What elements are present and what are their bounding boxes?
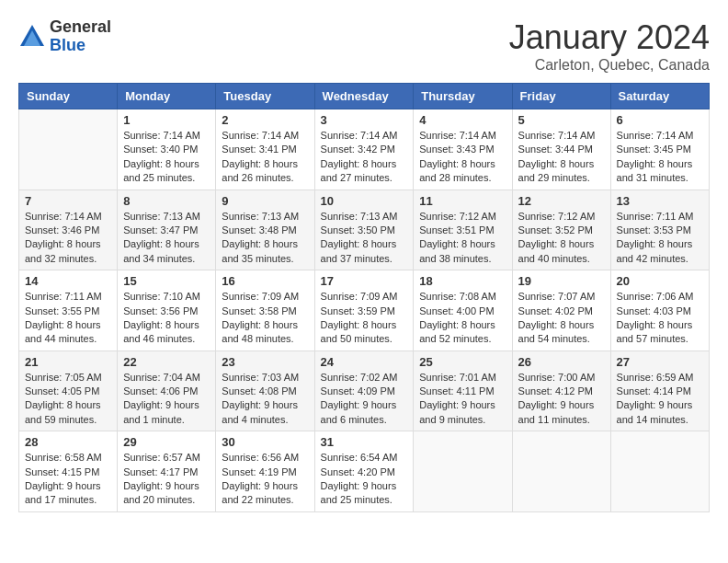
day-number: 16 [222, 274, 308, 288]
header: General Blue January 2024 Carleton, Queb… [18, 18, 710, 74]
day-number: 21 [25, 355, 111, 369]
day-number: 11 [419, 194, 506, 208]
day-cell-17: 17Sunrise: 7:09 AMSunset: 3:59 PMDayligh… [314, 270, 414, 351]
day-info: Sunrise: 7:14 AMSunset: 3:41 PMDaylight:… [222, 129, 308, 186]
day-info: Sunrise: 7:12 AMSunset: 3:51 PMDaylight:… [419, 210, 506, 267]
header-day-sunday: Sunday [19, 84, 118, 109]
day-info: Sunrise: 6:59 AMSunset: 4:14 PMDaylight:… [617, 371, 703, 428]
day-cell-9: 9Sunrise: 7:13 AMSunset: 3:48 PMDaylight… [216, 190, 314, 270]
header-day-thursday: Thursday [414, 84, 512, 109]
day-number: 20 [617, 274, 703, 288]
week-row-1: 1Sunrise: 7:14 AMSunset: 3:40 PMDaylight… [19, 109, 710, 190]
empty-cell [512, 431, 610, 512]
week-row-4: 21Sunrise: 7:05 AMSunset: 4:05 PMDayligh… [19, 350, 710, 431]
day-info: Sunrise: 6:58 AMSunset: 4:15 PMDaylight:… [25, 451, 111, 508]
day-number: 18 [419, 274, 506, 288]
day-cell-25: 25Sunrise: 7:01 AMSunset: 4:11 PMDayligh… [414, 350, 512, 431]
day-cell-3: 3Sunrise: 7:14 AMSunset: 3:42 PMDaylight… [314, 109, 414, 190]
day-number: 7 [25, 194, 111, 208]
day-number: 13 [617, 194, 703, 208]
day-info: Sunrise: 7:10 AMSunset: 3:56 PMDaylight:… [123, 290, 210, 347]
title-area: January 2024 Carleton, Quebec, Canada [509, 18, 710, 74]
day-number: 26 [518, 355, 605, 369]
day-number: 6 [617, 113, 703, 127]
day-number: 12 [518, 194, 605, 208]
day-cell-15: 15Sunrise: 7:10 AMSunset: 3:56 PMDayligh… [118, 270, 216, 351]
day-info: Sunrise: 7:06 AMSunset: 4:03 PMDaylight:… [617, 290, 703, 347]
day-cell-29: 29Sunrise: 6:57 AMSunset: 4:17 PMDayligh… [118, 431, 216, 512]
day-info: Sunrise: 7:09 AMSunset: 3:59 PMDaylight:… [321, 290, 408, 347]
main-title: January 2024 [509, 18, 710, 57]
day-info: Sunrise: 7:05 AMSunset: 4:05 PMDaylight:… [25, 371, 111, 428]
calendar-table: SundayMondayTuesdayWednesdayThursdayFrid… [18, 83, 710, 512]
day-number: 4 [419, 113, 506, 127]
week-row-5: 28Sunrise: 6:58 AMSunset: 4:15 PMDayligh… [19, 431, 710, 512]
day-number: 8 [123, 194, 210, 208]
empty-cell [19, 109, 118, 190]
day-cell-30: 30Sunrise: 6:56 AMSunset: 4:19 PMDayligh… [216, 431, 314, 512]
header-day-tuesday: Tuesday [216, 84, 314, 109]
day-number: 19 [518, 274, 605, 288]
subtitle: Carleton, Quebec, Canada [509, 57, 710, 74]
logo-general-text: General [50, 18, 111, 37]
week-row-2: 7Sunrise: 7:14 AMSunset: 3:46 PMDaylight… [19, 190, 710, 270]
day-number: 25 [419, 355, 506, 369]
logo: General Blue [18, 18, 111, 55]
day-cell-31: 31Sunrise: 6:54 AMSunset: 4:20 PMDayligh… [314, 431, 414, 512]
day-cell-22: 22Sunrise: 7:04 AMSunset: 4:06 PMDayligh… [118, 350, 216, 431]
day-info: Sunrise: 7:07 AMSunset: 4:02 PMDaylight:… [518, 290, 605, 347]
day-info: Sunrise: 7:14 AMSunset: 3:44 PMDaylight:… [518, 129, 605, 186]
header-row: SundayMondayTuesdayWednesdayThursdayFrid… [19, 84, 710, 109]
day-info: Sunrise: 6:56 AMSunset: 4:19 PMDaylight:… [222, 451, 308, 508]
day-number: 27 [617, 355, 703, 369]
day-cell-6: 6Sunrise: 7:14 AMSunset: 3:45 PMDaylight… [610, 109, 709, 190]
header-day-wednesday: Wednesday [314, 84, 414, 109]
day-number: 5 [518, 113, 605, 127]
day-cell-24: 24Sunrise: 7:02 AMSunset: 4:09 PMDayligh… [314, 350, 414, 431]
day-info: Sunrise: 7:09 AMSunset: 3:58 PMDaylight:… [222, 290, 308, 347]
day-number: 24 [321, 355, 408, 369]
day-cell-10: 10Sunrise: 7:13 AMSunset: 3:50 PMDayligh… [314, 190, 414, 270]
day-cell-21: 21Sunrise: 7:05 AMSunset: 4:05 PMDayligh… [19, 350, 118, 431]
day-info: Sunrise: 7:13 AMSunset: 3:50 PMDaylight:… [321, 210, 408, 267]
day-info: Sunrise: 7:14 AMSunset: 3:40 PMDaylight:… [123, 129, 210, 186]
day-info: Sunrise: 7:14 AMSunset: 3:45 PMDaylight:… [617, 129, 703, 186]
day-info: Sunrise: 6:54 AMSunset: 4:20 PMDaylight:… [321, 451, 408, 508]
day-cell-20: 20Sunrise: 7:06 AMSunset: 4:03 PMDayligh… [610, 270, 709, 351]
day-info: Sunrise: 7:11 AMSunset: 3:53 PMDaylight:… [617, 210, 703, 267]
day-number: 31 [321, 435, 408, 449]
day-cell-27: 27Sunrise: 6:59 AMSunset: 4:14 PMDayligh… [610, 350, 709, 431]
day-cell-4: 4Sunrise: 7:14 AMSunset: 3:43 PMDaylight… [414, 109, 512, 190]
logo-text: General Blue [50, 18, 111, 55]
empty-cell [414, 431, 512, 512]
day-info: Sunrise: 7:08 AMSunset: 4:00 PMDaylight:… [419, 290, 506, 347]
day-info: Sunrise: 7:14 AMSunset: 3:43 PMDaylight:… [419, 129, 506, 186]
day-cell-13: 13Sunrise: 7:11 AMSunset: 3:53 PMDayligh… [610, 190, 709, 270]
logo-icon [18, 23, 46, 51]
day-cell-12: 12Sunrise: 7:12 AMSunset: 3:52 PMDayligh… [512, 190, 610, 270]
day-number: 10 [321, 194, 408, 208]
day-cell-23: 23Sunrise: 7:03 AMSunset: 4:08 PMDayligh… [216, 350, 314, 431]
day-cell-18: 18Sunrise: 7:08 AMSunset: 4:00 PMDayligh… [414, 270, 512, 351]
empty-cell [610, 431, 709, 512]
day-number: 23 [222, 355, 308, 369]
day-cell-5: 5Sunrise: 7:14 AMSunset: 3:44 PMDaylight… [512, 109, 610, 190]
day-info: Sunrise: 7:14 AMSunset: 3:42 PMDaylight:… [321, 129, 408, 186]
week-row-3: 14Sunrise: 7:11 AMSunset: 3:55 PMDayligh… [19, 270, 710, 351]
day-info: Sunrise: 7:13 AMSunset: 3:47 PMDaylight:… [123, 210, 210, 267]
day-number: 9 [222, 194, 308, 208]
day-info: Sunrise: 6:57 AMSunset: 4:17 PMDaylight:… [123, 451, 210, 508]
day-cell-1: 1Sunrise: 7:14 AMSunset: 3:40 PMDaylight… [118, 109, 216, 190]
day-cell-19: 19Sunrise: 7:07 AMSunset: 4:02 PMDayligh… [512, 270, 610, 351]
day-cell-11: 11Sunrise: 7:12 AMSunset: 3:51 PMDayligh… [414, 190, 512, 270]
day-number: 2 [222, 113, 308, 127]
day-number: 14 [25, 274, 111, 288]
day-info: Sunrise: 7:11 AMSunset: 3:55 PMDaylight:… [25, 290, 111, 347]
day-number: 28 [25, 435, 111, 449]
day-cell-2: 2Sunrise: 7:14 AMSunset: 3:41 PMDaylight… [216, 109, 314, 190]
day-number: 17 [321, 274, 408, 288]
day-number: 29 [123, 435, 210, 449]
day-number: 30 [222, 435, 308, 449]
day-cell-28: 28Sunrise: 6:58 AMSunset: 4:15 PMDayligh… [19, 431, 118, 512]
day-number: 3 [321, 113, 408, 127]
